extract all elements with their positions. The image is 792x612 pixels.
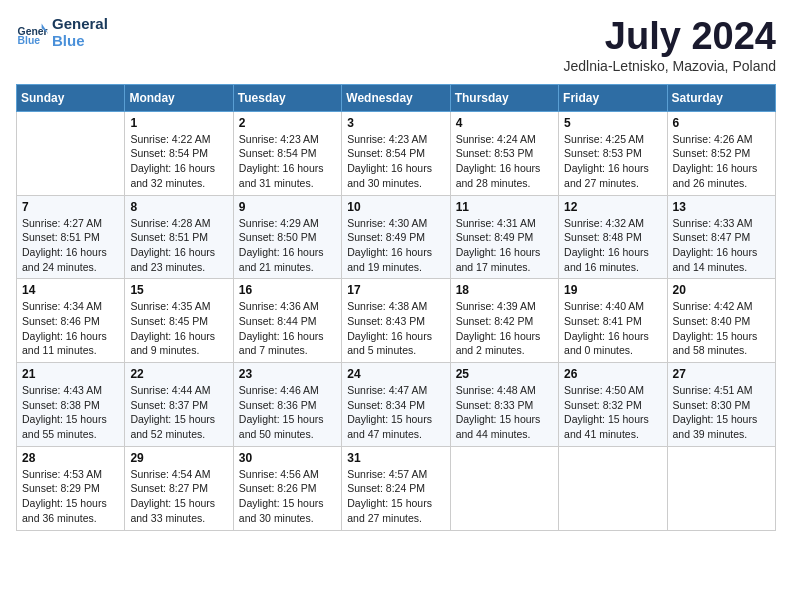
calendar-week-4: 21Sunrise: 4:43 AM Sunset: 8:38 PM Dayli… [17,363,776,447]
calendar-day [450,446,558,530]
day-number: 13 [673,200,770,214]
calendar-day: 2Sunrise: 4:23 AM Sunset: 8:54 PM Daylig… [233,111,341,195]
calendar-day: 7Sunrise: 4:27 AM Sunset: 8:51 PM Daylig… [17,195,125,279]
day-info: Sunrise: 4:29 AM Sunset: 8:50 PM Dayligh… [239,216,336,275]
svg-text:Blue: Blue [18,35,41,46]
calendar-day: 10Sunrise: 4:30 AM Sunset: 8:49 PM Dayli… [342,195,450,279]
day-number: 9 [239,200,336,214]
day-number: 1 [130,116,227,130]
day-number: 20 [673,283,770,297]
calendar-day: 15Sunrise: 4:35 AM Sunset: 8:45 PM Dayli… [125,279,233,363]
day-number: 29 [130,451,227,465]
day-info: Sunrise: 4:30 AM Sunset: 8:49 PM Dayligh… [347,216,444,275]
calendar-day: 6Sunrise: 4:26 AM Sunset: 8:52 PM Daylig… [667,111,775,195]
day-number: 21 [22,367,119,381]
day-info: Sunrise: 4:36 AM Sunset: 8:44 PM Dayligh… [239,299,336,358]
calendar-day: 13Sunrise: 4:33 AM Sunset: 8:47 PM Dayli… [667,195,775,279]
calendar-day: 19Sunrise: 4:40 AM Sunset: 8:41 PM Dayli… [559,279,667,363]
page-header: General Blue General Blue July 2024 Jedl… [16,16,776,74]
day-number: 10 [347,200,444,214]
calendar-day: 25Sunrise: 4:48 AM Sunset: 8:33 PM Dayli… [450,363,558,447]
day-info: Sunrise: 4:23 AM Sunset: 8:54 PM Dayligh… [347,132,444,191]
day-number: 28 [22,451,119,465]
day-info: Sunrise: 4:40 AM Sunset: 8:41 PM Dayligh… [564,299,661,358]
logo-icon: General Blue [16,17,48,49]
day-info: Sunrise: 4:25 AM Sunset: 8:53 PM Dayligh… [564,132,661,191]
day-info: Sunrise: 4:23 AM Sunset: 8:54 PM Dayligh… [239,132,336,191]
day-info: Sunrise: 4:28 AM Sunset: 8:51 PM Dayligh… [130,216,227,275]
day-number: 17 [347,283,444,297]
day-number: 23 [239,367,336,381]
day-info: Sunrise: 4:56 AM Sunset: 8:26 PM Dayligh… [239,467,336,526]
col-header-monday: Monday [125,84,233,111]
calendar-week-5: 28Sunrise: 4:53 AM Sunset: 8:29 PM Dayli… [17,446,776,530]
day-number: 12 [564,200,661,214]
col-header-saturday: Saturday [667,84,775,111]
calendar-day: 4Sunrise: 4:24 AM Sunset: 8:53 PM Daylig… [450,111,558,195]
day-number: 3 [347,116,444,130]
calendar-day: 9Sunrise: 4:29 AM Sunset: 8:50 PM Daylig… [233,195,341,279]
calendar-day: 23Sunrise: 4:46 AM Sunset: 8:36 PM Dayli… [233,363,341,447]
day-info: Sunrise: 4:47 AM Sunset: 8:34 PM Dayligh… [347,383,444,442]
day-info: Sunrise: 4:42 AM Sunset: 8:40 PM Dayligh… [673,299,770,358]
day-number: 14 [22,283,119,297]
calendar-day: 12Sunrise: 4:32 AM Sunset: 8:48 PM Dayli… [559,195,667,279]
logo-line1: General [52,16,108,33]
day-number: 15 [130,283,227,297]
day-number: 27 [673,367,770,381]
day-number: 7 [22,200,119,214]
calendar-day: 29Sunrise: 4:54 AM Sunset: 8:27 PM Dayli… [125,446,233,530]
calendar-day: 28Sunrise: 4:53 AM Sunset: 8:29 PM Dayli… [17,446,125,530]
calendar-week-1: 1Sunrise: 4:22 AM Sunset: 8:54 PM Daylig… [17,111,776,195]
day-number: 25 [456,367,553,381]
day-info: Sunrise: 4:48 AM Sunset: 8:33 PM Dayligh… [456,383,553,442]
day-info: Sunrise: 4:22 AM Sunset: 8:54 PM Dayligh… [130,132,227,191]
day-info: Sunrise: 4:51 AM Sunset: 8:30 PM Dayligh… [673,383,770,442]
day-info: Sunrise: 4:44 AM Sunset: 8:37 PM Dayligh… [130,383,227,442]
day-number: 30 [239,451,336,465]
day-info: Sunrise: 4:35 AM Sunset: 8:45 PM Dayligh… [130,299,227,358]
day-info: Sunrise: 4:38 AM Sunset: 8:43 PM Dayligh… [347,299,444,358]
calendar-day [17,111,125,195]
calendar-day: 24Sunrise: 4:47 AM Sunset: 8:34 PM Dayli… [342,363,450,447]
day-info: Sunrise: 4:53 AM Sunset: 8:29 PM Dayligh… [22,467,119,526]
location: Jedlnia-Letnisko, Mazovia, Poland [564,58,776,74]
day-number: 16 [239,283,336,297]
day-info: Sunrise: 4:46 AM Sunset: 8:36 PM Dayligh… [239,383,336,442]
day-number: 31 [347,451,444,465]
calendar-day: 20Sunrise: 4:42 AM Sunset: 8:40 PM Dayli… [667,279,775,363]
col-header-wednesday: Wednesday [342,84,450,111]
title-block: July 2024 Jedlnia-Letnisko, Mazovia, Pol… [564,16,776,74]
day-info: Sunrise: 4:39 AM Sunset: 8:42 PM Dayligh… [456,299,553,358]
col-header-sunday: Sunday [17,84,125,111]
day-info: Sunrise: 4:50 AM Sunset: 8:32 PM Dayligh… [564,383,661,442]
day-info: Sunrise: 4:27 AM Sunset: 8:51 PM Dayligh… [22,216,119,275]
day-number: 8 [130,200,227,214]
calendar-day: 26Sunrise: 4:50 AM Sunset: 8:32 PM Dayli… [559,363,667,447]
day-number: 19 [564,283,661,297]
calendar-day: 18Sunrise: 4:39 AM Sunset: 8:42 PM Dayli… [450,279,558,363]
day-info: Sunrise: 4:26 AM Sunset: 8:52 PM Dayligh… [673,132,770,191]
month-title: July 2024 [564,16,776,58]
day-number: 26 [564,367,661,381]
calendar-day: 30Sunrise: 4:56 AM Sunset: 8:26 PM Dayli… [233,446,341,530]
calendar-week-2: 7Sunrise: 4:27 AM Sunset: 8:51 PM Daylig… [17,195,776,279]
calendar-day: 3Sunrise: 4:23 AM Sunset: 8:54 PM Daylig… [342,111,450,195]
day-number: 2 [239,116,336,130]
day-info: Sunrise: 4:31 AM Sunset: 8:49 PM Dayligh… [456,216,553,275]
day-info: Sunrise: 4:43 AM Sunset: 8:38 PM Dayligh… [22,383,119,442]
calendar-day: 22Sunrise: 4:44 AM Sunset: 8:37 PM Dayli… [125,363,233,447]
calendar-day [559,446,667,530]
day-number: 4 [456,116,553,130]
calendar-day: 27Sunrise: 4:51 AM Sunset: 8:30 PM Dayli… [667,363,775,447]
calendar-day: 5Sunrise: 4:25 AM Sunset: 8:53 PM Daylig… [559,111,667,195]
calendar-day: 17Sunrise: 4:38 AM Sunset: 8:43 PM Dayli… [342,279,450,363]
day-number: 24 [347,367,444,381]
logo: General Blue General Blue [16,16,108,49]
col-header-tuesday: Tuesday [233,84,341,111]
calendar-day: 31Sunrise: 4:57 AM Sunset: 8:24 PM Dayli… [342,446,450,530]
calendar-day: 11Sunrise: 4:31 AM Sunset: 8:49 PM Dayli… [450,195,558,279]
calendar-day: 1Sunrise: 4:22 AM Sunset: 8:54 PM Daylig… [125,111,233,195]
calendar-day: 16Sunrise: 4:36 AM Sunset: 8:44 PM Dayli… [233,279,341,363]
day-number: 22 [130,367,227,381]
